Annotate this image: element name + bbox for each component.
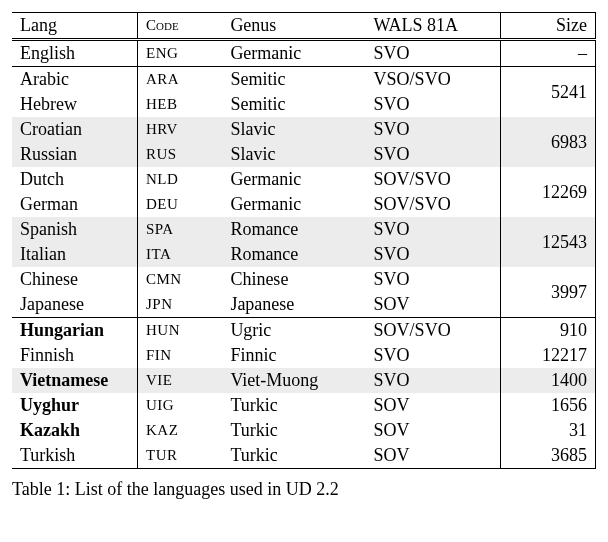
header-code: Code bbox=[137, 13, 222, 40]
lang-cell: Japanese bbox=[12, 292, 137, 318]
size-cell: 6983 bbox=[500, 117, 595, 167]
size-cell: 31 bbox=[500, 418, 595, 443]
lang-cell: Spanish bbox=[12, 217, 137, 242]
code-cell: HRV bbox=[137, 117, 222, 142]
wals-cell: SVO bbox=[366, 242, 500, 267]
size-cell: 3997 bbox=[500, 267, 595, 318]
code-cell: VIE bbox=[137, 368, 222, 393]
caption-text: Table 1: List of the languages used in bbox=[12, 479, 286, 499]
wals-cell: SOV bbox=[366, 418, 500, 443]
code-cell: FIN bbox=[137, 343, 222, 368]
lang-cell: Croatian bbox=[12, 117, 137, 142]
code-cell: HUN bbox=[137, 318, 222, 344]
genus-cell: Finnic bbox=[222, 343, 365, 368]
genus-cell: Ugric bbox=[222, 318, 365, 344]
code-cell: UIG bbox=[137, 393, 222, 418]
size-cell: 1656 bbox=[500, 393, 595, 418]
wals-cell: VSO/SVO bbox=[366, 67, 500, 93]
code-cell: RUS bbox=[137, 142, 222, 167]
size-cell: 910 bbox=[500, 318, 595, 344]
genus-cell: Romance bbox=[222, 217, 365, 242]
lang-cell: Russian bbox=[12, 142, 137, 167]
table-row: Vietnamese VIE Viet-Muong SVO 1400 bbox=[12, 368, 596, 393]
wals-cell: SVO bbox=[366, 217, 500, 242]
lang-cell: Turkish bbox=[12, 443, 137, 469]
table-row: Uyghur UIG Turkic SOV 1656 bbox=[12, 393, 596, 418]
code-cell: NLD bbox=[137, 167, 222, 192]
genus-cell: Chinese bbox=[222, 267, 365, 292]
size-cell: 12269 bbox=[500, 167, 595, 217]
wals-cell: SVO bbox=[366, 267, 500, 292]
genus-cell: Germanic bbox=[222, 40, 365, 67]
table-caption: Table 1: List of the languages used in U… bbox=[12, 479, 596, 500]
genus-cell: Viet-Muong bbox=[222, 368, 365, 393]
code-cell: ITA bbox=[137, 242, 222, 267]
table-body: English ENG Germanic SVO – Arabic ARA Se… bbox=[12, 40, 596, 469]
lang-cell: Italian bbox=[12, 242, 137, 267]
table-row: Spanish SPA Romance SVO 12543 bbox=[12, 217, 596, 242]
wals-cell: SVO bbox=[366, 142, 500, 167]
size-cell: 12217 bbox=[500, 343, 595, 368]
wals-cell: SVO bbox=[366, 368, 500, 393]
size-cell: – bbox=[500, 40, 595, 67]
table-row: Dutch NLD Germanic SOV/SVO 12269 bbox=[12, 167, 596, 192]
wals-cell: SOV bbox=[366, 393, 500, 418]
genus-cell: Semitic bbox=[222, 67, 365, 93]
header-genus: Genus bbox=[222, 13, 365, 40]
genus-cell: Japanese bbox=[222, 292, 365, 318]
table-row: Kazakh KAZ Turkic SOV 31 bbox=[12, 418, 596, 443]
size-cell: 3685 bbox=[500, 443, 595, 469]
wals-cell: SVO bbox=[366, 92, 500, 117]
genus-cell: Turkic bbox=[222, 393, 365, 418]
genus-cell: Semitic bbox=[222, 92, 365, 117]
code-cell: ARA bbox=[137, 67, 222, 93]
header-size: Size bbox=[500, 13, 595, 40]
wals-cell: SVO bbox=[366, 117, 500, 142]
size-cell: 5241 bbox=[500, 67, 595, 118]
code-cell: DEU bbox=[137, 192, 222, 217]
lang-cell: Kazakh bbox=[12, 418, 137, 443]
wals-cell: SVO bbox=[366, 40, 500, 67]
table-row: Chinese CMN Chinese SVO 3997 bbox=[12, 267, 596, 292]
lang-cell: Hungarian bbox=[12, 318, 137, 344]
lang-cell: Uyghur bbox=[12, 393, 137, 418]
table-row: Turkish TUR Turkic SOV 3685 bbox=[12, 443, 596, 469]
lang-cell: Hebrew bbox=[12, 92, 137, 117]
wals-cell: SOV/SVO bbox=[366, 192, 500, 217]
genus-cell: Turkic bbox=[222, 418, 365, 443]
table-row: Hungarian HUN Ugric SOV/SVO 910 bbox=[12, 318, 596, 344]
code-cell: JPN bbox=[137, 292, 222, 318]
code-cell: HEB bbox=[137, 92, 222, 117]
table-row: Arabic ARA Semitic VSO/SVO 5241 bbox=[12, 67, 596, 93]
code-cell: CMN bbox=[137, 267, 222, 292]
wals-cell: SVO bbox=[366, 343, 500, 368]
header-wals: WALS 81A bbox=[366, 13, 500, 40]
lang-cell: Arabic bbox=[12, 67, 137, 93]
lang-cell: German bbox=[12, 192, 137, 217]
language-table: Lang Code Genus WALS 81A Size English EN… bbox=[12, 12, 596, 469]
wals-cell: SOV/SVO bbox=[366, 167, 500, 192]
lang-cell: Vietnamese bbox=[12, 368, 137, 393]
genus-cell: Germanic bbox=[222, 167, 365, 192]
size-cell: 1400 bbox=[500, 368, 595, 393]
table-row: English ENG Germanic SVO – bbox=[12, 40, 596, 67]
genus-cell: Romance bbox=[222, 242, 365, 267]
wals-cell: SOV/SVO bbox=[366, 318, 500, 344]
wals-cell: SOV bbox=[366, 443, 500, 469]
lang-cell: Dutch bbox=[12, 167, 137, 192]
code-cell: SPA bbox=[137, 217, 222, 242]
code-cell: TUR bbox=[137, 443, 222, 469]
lang-cell: Chinese bbox=[12, 267, 137, 292]
size-cell: 12543 bbox=[500, 217, 595, 267]
header-lang: Lang bbox=[12, 13, 137, 40]
genus-cell: Slavic bbox=[222, 142, 365, 167]
table-row: Finnish FIN Finnic SVO 12217 bbox=[12, 343, 596, 368]
genus-cell: Turkic bbox=[222, 443, 365, 469]
lang-cell: Finnish bbox=[12, 343, 137, 368]
code-cell: ENG bbox=[137, 40, 222, 67]
code-cell: KAZ bbox=[137, 418, 222, 443]
header-row: Lang Code Genus WALS 81A Size bbox=[12, 13, 596, 40]
caption-suffix: UD 2.2 bbox=[286, 479, 339, 499]
genus-cell: Slavic bbox=[222, 117, 365, 142]
table-row: Croatian HRV Slavic SVO 6983 bbox=[12, 117, 596, 142]
